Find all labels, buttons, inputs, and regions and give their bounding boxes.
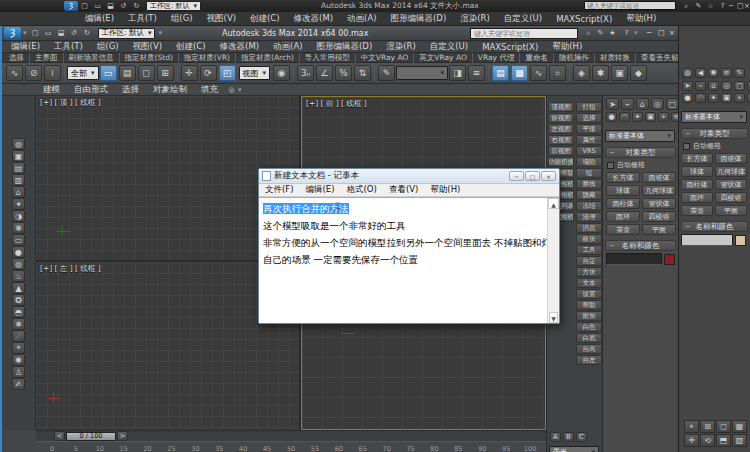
side-button[interactable]: 自左 — [576, 355, 602, 365]
bg-menu-item[interactable]: 帮助(H) — [619, 13, 663, 25]
ribbon-collapse-caret-icon[interactable]: ▾ — [238, 86, 242, 94]
viewport-bottom-left-label[interactable]: [+] [ 左 ] [ 线框 ] — [40, 264, 101, 274]
side-button[interactable]: 属性 — [576, 135, 602, 145]
select-object-icon[interactable]: ▭ — [100, 65, 117, 81]
bind-to-spacewarp-icon[interactable]: ≀ — [44, 65, 61, 81]
helpers-icon[interactable]: ⌖ — [734, 93, 745, 103]
object-type-button[interactable]: 圆柱体 — [681, 179, 713, 190]
notepad-scrollbar[interactable]: ▲ ▼ — [547, 198, 559, 323]
rendered-frame-icon[interactable]: ▣ — [611, 65, 628, 81]
notepad-menu-item[interactable]: 编辑(E) — [300, 184, 341, 196]
time-next-frame-button[interactable]: > — [117, 431, 128, 441]
mirror-icon[interactable]: ◨ — [449, 65, 466, 81]
use-pivot-point-icon[interactable]: ◉ — [273, 65, 290, 81]
object-type-button[interactable]: 四棱锥 — [715, 192, 747, 203]
fg-menu-item[interactable]: 渲染(R) — [379, 41, 423, 53]
ribbon-cycle-icon[interactable]: ◎ — [226, 85, 237, 95]
fg-menu-item[interactable]: 修改器(M) — [213, 41, 266, 53]
zoom-icon[interactable]: ⌖ — [684, 420, 699, 433]
custom-tab[interactable]: 中文VRay AO — [356, 53, 415, 63]
side-button[interactable]: 平移 — [576, 124, 602, 134]
align-icon[interactable]: ≡ — [468, 65, 485, 81]
time-prev-frame-button[interactable]: < — [54, 431, 65, 441]
custom-tab[interactable]: 指定材质(VR) — [179, 53, 236, 63]
bg-menu-item[interactable]: MAXScript(X) — [549, 14, 619, 24]
bg-window-max-button[interactable]: □ — [737, 2, 744, 10]
side-button[interactable]: 后视图 — [548, 146, 574, 156]
abc-button[interactable]: C — [576, 432, 587, 442]
bg-workspace-dropdown[interactable]: 工作区: 默认▾ — [146, 1, 201, 11]
viewport-right-label[interactable]: [+] [ 前 ] [ 线框 ] — [306, 99, 367, 109]
bg-helper-icon-4[interactable]: ≋ — [721, 68, 732, 78]
schematic-view-icon[interactable]: ⌗ — [549, 65, 566, 81]
modify-tab-icon[interactable]: ⌁ — [695, 81, 706, 91]
custom-tab[interactable]: 指定材质(Arch) — [236, 53, 300, 63]
object-type-button[interactable]: 圆环 — [606, 211, 640, 222]
graphite-ribbon-icon[interactable]: ▩ — [511, 65, 528, 81]
particles-icon[interactable]: ☄ — [12, 330, 25, 342]
fg-menu-item[interactable]: MAXScript(X) — [475, 42, 545, 52]
object-type-button[interactable]: 球体 — [606, 185, 640, 196]
helpers-icon[interactable]: ⌖ — [12, 342, 25, 354]
save-file-icon[interactable]: ⬓ — [56, 28, 67, 38]
notepad-text-line[interactable]: 自己的场景 一定需要先保存一个位置 — [263, 251, 555, 268]
object-type-button[interactable]: 平面 — [642, 224, 676, 235]
torus-primitive-icon[interactable]: ✪ — [12, 294, 25, 306]
pan-icon[interactable]: ✛ — [684, 434, 699, 447]
object-color-swatch[interactable] — [664, 254, 675, 265]
light-icon[interactable]: ⌂ — [12, 186, 25, 198]
lights-icon[interactable]: ✦ — [708, 93, 719, 103]
notepad-text-line[interactable]: 这个模型吸取是一个非常好的工具 — [263, 217, 555, 234]
open-file-icon[interactable]: ▭ — [92, 1, 103, 11]
bg-menu-item[interactable]: 编辑(E) — [78, 13, 121, 25]
object-type-button[interactable]: 球体 — [681, 166, 713, 177]
spotlight-icon[interactable]: ✦ — [12, 198, 25, 210]
side-button[interactable]: VRS — [576, 146, 602, 156]
new-file-icon[interactable]: ▢ — [79, 1, 90, 11]
angle-snap-icon[interactable]: ∠ — [316, 65, 333, 81]
select-and-move-icon[interactable]: ✛ — [181, 65, 198, 81]
material-editor-icon[interactable]: ◈ — [573, 65, 590, 81]
effects-icon[interactable]: ❋ — [12, 222, 25, 234]
redo-icon[interactable]: ↻ — [131, 1, 142, 11]
bg-helper-icon-3[interactable]: ✺ — [708, 68, 719, 78]
bg-autogrid-checkbox[interactable] — [683, 143, 690, 150]
ribbon-tab[interactable]: 选择 — [115, 84, 146, 96]
abc-button[interactable]: B — [563, 432, 574, 442]
notepad-text-line[interactable]: 非常方便的从一个空间的模型拉到另外一个空间里面去 不掉贴图和灯光 — [263, 234, 555, 251]
object-type-button[interactable]: 平面 — [715, 205, 747, 216]
fg-menu-item[interactable]: 编辑(E) — [4, 41, 47, 53]
maximize-viewport-icon[interactable]: ⬒ — [716, 434, 731, 447]
custom-tab[interactable]: 随机操作 — [554, 53, 595, 63]
fg-window-max-button[interactable]: □ — [658, 29, 665, 37]
spinner-snap-icon[interactable]: ⇅ — [354, 65, 371, 81]
notepad-max-button[interactable]: □ — [525, 171, 540, 181]
undo-icon[interactable]: ↺ — [69, 28, 80, 38]
side-button[interactable]: 右视图 — [548, 135, 574, 145]
fg-menu-item[interactable]: 工具(T) — [47, 41, 90, 53]
side-button[interactable]: 设置 — [576, 289, 602, 299]
selection-filter-dropdown[interactable]: 全部▾ — [67, 66, 99, 80]
custom-tab[interactable]: 重命名 — [520, 53, 554, 63]
side-button[interactable]: 工具 — [576, 245, 602, 255]
layer-manager-icon[interactable]: ▤ — [492, 65, 509, 81]
fg-menu-item[interactable]: 视图(V) — [126, 41, 169, 53]
render-production-icon[interactable]: ◆ — [630, 65, 647, 81]
custom-tab[interactable]: 刷新场景信息 — [64, 53, 120, 63]
geosphere-primitive-icon[interactable]: ◍ — [12, 258, 25, 270]
shadow-icon[interactable]: ◑ — [12, 210, 25, 222]
hierarchy-tab-icon[interactable]: ⌂ — [708, 81, 719, 91]
side-button[interactable]: 板块 — [576, 234, 602, 244]
custom-tab[interactable]: 指定材质(Std) — [120, 53, 179, 63]
name-color-rollout[interactable]: 名称和颜色 — [605, 240, 676, 251]
shapes-icon[interactable]: ◠ — [695, 93, 706, 103]
object-name-field[interactable] — [606, 253, 662, 265]
bg-object-type-rollout[interactable]: 对象类型 — [681, 128, 748, 139]
cameras-icon[interactable]: ▣ — [721, 93, 732, 103]
side-button[interactable]: 冻结 — [576, 201, 602, 211]
percent-snap-icon[interactable]: % — [335, 65, 352, 81]
object-type-button[interactable]: 圆锥体 — [642, 172, 676, 183]
fg-window-close-button[interactable]: × — [669, 29, 675, 37]
bg-favorites-icon[interactable]: ☆ — [705, 1, 716, 11]
object-type-rollout[interactable]: 对象类型 — [605, 147, 676, 158]
